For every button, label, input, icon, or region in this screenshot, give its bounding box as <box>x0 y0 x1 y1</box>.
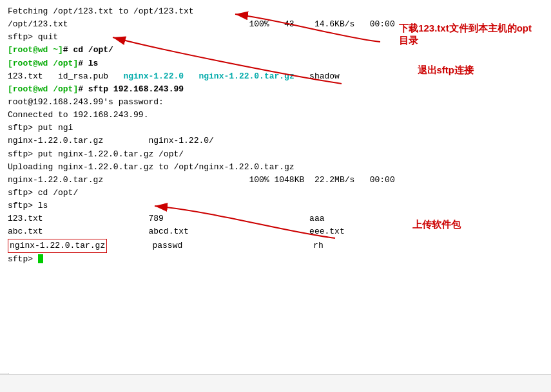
line-password: root@192.168.243.99's password: <box>8 96 534 109</box>
line-ls-row3: nginx-1.22.0.tar.gz passwd rh <box>8 239 534 253</box>
nginx-highlighted: nginx-1.22.0.tar.gz <box>8 239 107 253</box>
annotation-quit-text: 退出sftp连接 <box>418 64 474 75</box>
line-progress2: nginx-1.22.0.tar.gz 100% 1048KB 22.2MB/s… <box>8 174 534 187</box>
annotation-download: 下载123.txt文件到本主机的opt 目录 <box>399 23 532 47</box>
line-fetching: Fetching /opt/123.txt to /opt/123.txt <box>8 5 534 18</box>
annotation-download-text2: 目录 <box>399 35 418 46</box>
terminal[interactable]: Fetching /opt/123.txt to /opt/123.txt /o… <box>0 0 541 373</box>
line-connected: Connected to 192.168.243.99. <box>8 109 534 122</box>
line-cd-opt: sftp> cd /opt/ <box>8 187 534 200</box>
line-put-nginx: sftp> put nginx-1.22.0.tar.gz /opt/ <box>8 148 534 161</box>
annotation-upload: 上传软件包 <box>412 219 461 231</box>
line-sftp-prompt: sftp> <box>8 253 534 266</box>
cursor <box>38 254 43 263</box>
line-put-ngi: sftp> put ngi <box>8 122 534 135</box>
annotation-download-text: 下载123.txt文件到本主机的opt <box>399 23 532 33</box>
annotation-quit: 退出sftp连接 <box>418 64 474 77</box>
annotation-upload-text: 上传软件包 <box>412 219 461 230</box>
line-autocomplete: nginx-1.22.0.tar.gz nginx-1.22.0/ <box>8 135 534 147</box>
line-sftp-ls: sftp> ls <box>8 200 534 212</box>
terminal-wrapper: Fetching /opt/123.txt to /opt/123.txt /o… <box>0 0 551 392</box>
line-prompt-sftp: [root@wd /opt]# sftp 192.168.243.99 <box>8 83 534 96</box>
line-uploading: Uploading nginx-1.22.0.tar.gz to /opt/ng… <box>8 161 534 174</box>
bottom-bar <box>0 374 551 392</box>
